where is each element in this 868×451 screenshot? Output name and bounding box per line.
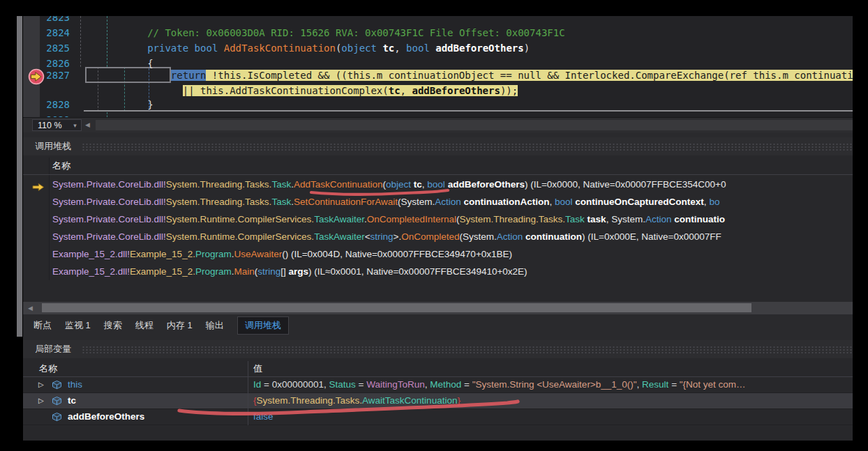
locals-panel: 局部变量 名称 值 ▷thisId = 0x00000001, Status =… <box>23 340 853 441</box>
value-column-header: 值 <box>253 361 262 376</box>
syntax-segment: { <box>77 58 154 69</box>
callstack-column-header[interactable]: 名称 <box>23 158 853 175</box>
code-line-2825[interactable]: 2825 private bool AddTaskContinuation(ob… <box>40 41 853 55</box>
code-line-2828[interactable]: 2828 } <box>40 98 853 112</box>
syntax-segment: bool <box>555 197 573 207</box>
debug-tab-4[interactable]: 线程 <box>135 317 154 334</box>
syntax-segment: AddTaskContinuation <box>294 179 383 190</box>
line-number: 2825 <box>40 41 77 55</box>
syntax-segment: task <box>588 214 606 224</box>
syntax-segment: object <box>341 43 377 54</box>
syntax-segment: , <box>550 197 555 207</box>
callstack-frame-2[interactable]: System.Private.CoreLib.dll!System.Thread… <box>23 193 853 211</box>
expander-icon[interactable]: ▷ <box>38 377 44 392</box>
debug-tab-5[interactable]: 内存 1 <box>167 317 193 334</box>
editor-horizontal-scrollbar[interactable] <box>96 120 853 130</box>
syntax-segment: continuatio <box>674 214 725 224</box>
syntax-segment: WaitingToRun <box>366 379 425 390</box>
frame-text: Example_15_2.dll!Example_15_2.Program.Ma… <box>52 266 527 277</box>
breakpoint-current-statement-icon[interactable] <box>27 68 46 89</box>
variable-name: addBeforeOthers <box>68 409 144 425</box>
syntax-segment: AwaitTaskContinuation <box>362 395 457 406</box>
code-line-2823[interactable]: 2823 <box>40 16 853 24</box>
frame-text: System.Private.CoreLib.dll!System.Thread… <box>52 179 726 190</box>
callstack-frame-4[interactable]: System.Private.CoreLib.dll!System.Runtim… <box>23 228 853 245</box>
syntax-segment: = <box>461 379 472 390</box>
syntax-segment: Example_15_2. <box>130 249 195 259</box>
editor-bottom-bar: 110 % ▾ ◀ <box>23 117 853 132</box>
zoom-dropdown-button[interactable]: ▾ <box>69 119 82 131</box>
syntax-segment: string <box>371 231 394 242</box>
syntax-segment: false <box>253 411 274 422</box>
syntax-segment: addBeforeOthers <box>435 43 523 54</box>
syntax-segment: } <box>77 99 154 110</box>
syntax-segment: System.Runtime.CompilerServices. <box>166 214 314 224</box>
debug-tab-6[interactable]: 输出 <box>206 317 224 334</box>
syntax-segment: System.Private.CoreLib.dll! <box>52 197 166 207</box>
zoom-level-select[interactable]: 110 % <box>32 119 70 131</box>
panel-title-text: 局部变量 <box>35 343 71 356</box>
syntax-segment: Action <box>497 231 523 242</box>
syntax-segment: Action <box>645 214 672 224</box>
syntax-segment: tc <box>382 43 394 54</box>
expander-icon[interactable]: ▷ <box>38 393 44 408</box>
syntax-segment: Program <box>195 249 232 259</box>
locals-row-addBeforeOthers[interactable]: addBeforeOthersfalse <box>23 409 853 425</box>
syntax-segment: private <box>147 43 188 54</box>
variable-icon <box>51 396 63 408</box>
syntax-segment: )); <box>500 85 518 96</box>
syntax-segment: System.Runtime.CompilerServices. <box>166 231 314 242</box>
syntax-segment: System.Private.CoreLib.dll! <box>52 214 166 224</box>
locals-column-header[interactable]: 名称 值 <box>23 361 853 377</box>
current-frame-arrow-icon <box>32 180 45 193</box>
code-editor[interactable]: 28232824 // Token: 0x06003D0A RID: 15626… <box>23 16 853 117</box>
variable-icon <box>51 380 63 392</box>
syntax-segment: bool <box>427 179 445 190</box>
code-line-continuation[interactable]: || this.AddTaskContinuationComplex(tc, a… <box>40 84 853 98</box>
line-number: 2829 <box>40 113 77 117</box>
line-number: 2823 <box>40 16 77 24</box>
frame-text: System.Private.CoreLib.dll!System.Runtim… <box>52 214 725 224</box>
syntax-segment: = <box>668 379 679 390</box>
callstack-frame-1[interactable]: System.Private.CoreLib.dll!System.Thread… <box>23 176 853 193</box>
debug-tab-1[interactable]: 断点 <box>33 317 52 334</box>
debug-tab-3[interactable]: 搜索 <box>104 317 122 334</box>
syntax-segment: Result <box>642 379 668 390</box>
scroll-left-icon[interactable]: ◀ <box>28 303 33 314</box>
breakpoint-gutter[interactable] <box>23 16 40 117</box>
callstack-horizontal-scrollbar[interactable]: ◀ <box>23 302 853 314</box>
scroll-left-icon[interactable]: ◀ <box>85 120 90 130</box>
syntax-segment: Action <box>435 197 461 207</box>
syntax-segment: continueOnCapturedContext <box>575 197 704 207</box>
column-separator[interactable] <box>248 361 248 425</box>
syntax-segment: Task <box>271 179 291 190</box>
syntax-segment <box>430 43 435 54</box>
locals-row-this[interactable]: ▷thisId = 0x00000001, Status = WaitingTo… <box>23 377 853 393</box>
syntax-segment <box>77 43 147 54</box>
window-left-scrollbar[interactable] <box>17 16 22 337</box>
callstack-frame-5[interactable]: Example_15_2.dll!Example_15_2.Program.Us… <box>23 245 853 263</box>
frame-text: System.Private.CoreLib.dll!System.Runtim… <box>52 231 721 242</box>
name-column-header: 名称 <box>39 361 57 376</box>
syntax-segment <box>77 85 183 96</box>
callstack-frame-6[interactable]: Example_15_2.dll!Example_15_2.Program.Ma… <box>23 263 853 280</box>
syntax-segment: Method <box>430 379 461 390</box>
locals-row-tc[interactable]: ▷tc{System.Threading.Tasks.AwaitTaskCont… <box>23 393 853 409</box>
scrollbar-thumb[interactable] <box>42 303 751 312</box>
syntax-segment: Status <box>329 379 355 390</box>
variable-value: {System.Threading.Tasks.AwaitTaskContinu… <box>248 393 853 408</box>
syntax-segment: } <box>457 395 461 406</box>
syntax-segment: tc <box>389 85 401 96</box>
code-line-2827[interactable]: 2827 return !this.IsCompleted && ((this.… <box>40 68 853 82</box>
syntax-segment: ) (IL≈0x0001, Native=0x00007FFBCE349410+… <box>308 266 527 277</box>
callstack-frame-3[interactable]: System.Private.CoreLib.dll!System.Runtim… <box>23 211 853 228</box>
code-line-2824[interactable]: 2824 // Token: 0x06003D0A RID: 15626 RVA… <box>40 26 853 40</box>
line-number: 2824 <box>40 26 77 40</box>
syntax-segment: AddTaskContinuation <box>224 43 336 54</box>
debug-tab-2[interactable]: 监视 1 <box>65 317 91 334</box>
debug-tab-7[interactable]: 调用堆栈 <box>237 316 289 335</box>
code-line-2829[interactable]: 2829 <box>40 113 853 117</box>
syntax-segment: Main <box>234 266 254 277</box>
syntax-segment <box>218 43 223 54</box>
syntax-segment: TaskAwaiter <box>314 214 364 224</box>
